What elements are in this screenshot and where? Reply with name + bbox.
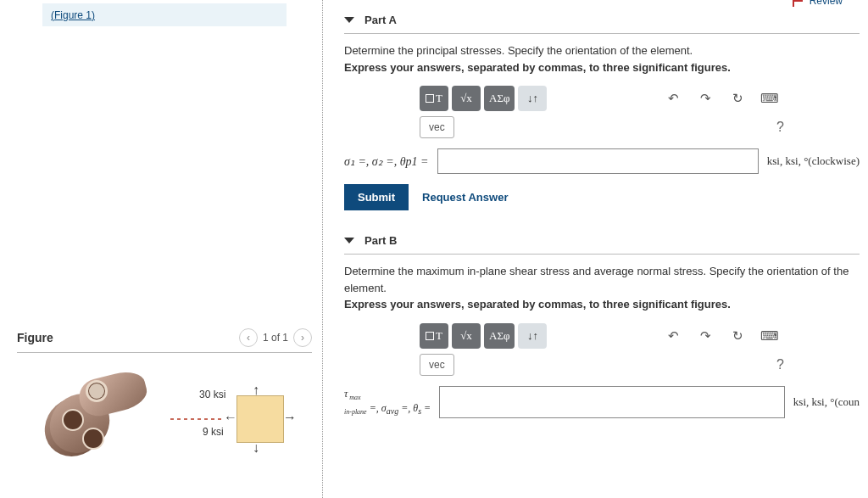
- next-figure-button[interactable]: ›: [293, 328, 312, 347]
- figure-pager: ‹ 1 of 1 ›: [239, 328, 312, 347]
- left-column: (Figure 1) Figure ‹ 1 of 1 ›: [0, 0, 322, 498]
- part-a-answer-input[interactable]: [437, 148, 759, 174]
- equation-toolbar: T √x ΑΣφ ↓↑ ↶ ↷ ↻ ⌨: [420, 86, 784, 111]
- figure-link-box: (Figure 1): [42, 3, 287, 26]
- template-button[interactable]: T: [420, 323, 448, 349]
- template-button[interactable]: T: [420, 86, 448, 111]
- arrows-button[interactable]: ↓↑: [518, 86, 547, 111]
- vec-button[interactable]: vec: [420, 116, 454, 138]
- zoom-indicator-line: [170, 418, 221, 420]
- reset-icon[interactable]: ↻: [723, 323, 752, 349]
- part-a-instructions: Determine the principal stresses. Specif…: [344, 42, 860, 76]
- right-column: Review Part A Determine the principal st…: [322, 0, 868, 498]
- request-answer-link[interactable]: Request Answer: [422, 191, 508, 204]
- collapse-icon[interactable]: [344, 17, 354, 23]
- prev-figure-button[interactable]: ‹: [239, 328, 258, 347]
- part-b-eq-label: τ maxin-plane =, σavg =, θs =: [344, 388, 431, 416]
- math-button[interactable]: √x: [452, 323, 481, 349]
- collapse-icon[interactable]: [344, 238, 354, 243]
- review-link[interactable]: Review: [793, 0, 843, 7]
- part-a-units: ksi, ksi, °(clockwise): [767, 154, 860, 168]
- mechanical-part-illustration: [45, 368, 155, 470]
- stress-label-side: 9 ksi: [203, 426, 224, 438]
- equation-toolbar: T √x ΑΣφ ↓↑ ↶ ↷ ↻ ⌨: [420, 323, 784, 349]
- figure-title: Figure: [17, 331, 53, 344]
- math-button[interactable]: √x: [452, 86, 481, 111]
- figure-panel: Figure ‹ 1 of 1 ›: [17, 323, 312, 485]
- figure-image: 30 ksi 9 ksi ↑ → ↓ ←: [17, 353, 312, 485]
- undo-icon[interactable]: ↶: [659, 323, 687, 349]
- stress-label-top: 30 ksi: [199, 389, 225, 400]
- help-icon[interactable]: ?: [776, 357, 784, 372]
- part-b-title: Part B: [364, 234, 397, 247]
- part-a-section: Part A Determine the principal stresses.…: [344, 8, 860, 210]
- flag-icon: [793, 0, 804, 7]
- keyboard-icon[interactable]: ⌨: [755, 86, 784, 111]
- part-b-answer-input[interactable]: [439, 386, 785, 418]
- help-icon[interactable]: ?: [776, 120, 784, 135]
- symbols-button[interactable]: ΑΣφ: [484, 323, 515, 349]
- pager-text: 1 of 1: [263, 332, 288, 344]
- reset-icon[interactable]: ↻: [723, 86, 752, 111]
- part-b-units: ksi, ksi, °(coun: [793, 395, 860, 409]
- redo-icon[interactable]: ↷: [691, 86, 720, 111]
- part-a-title: Part A: [364, 14, 397, 26]
- keyboard-icon[interactable]: ⌨: [755, 323, 784, 349]
- arrows-button[interactable]: ↓↑: [518, 323, 547, 349]
- stress-element: ↑ → ↓ ←: [236, 395, 284, 443]
- redo-icon[interactable]: ↷: [691, 323, 720, 349]
- part-a-eq-label: σ₁ =, σ₂ =, θp1 =: [344, 154, 429, 169]
- submit-button[interactable]: Submit: [344, 184, 409, 210]
- vec-button[interactable]: vec: [420, 354, 454, 376]
- symbols-button[interactable]: ΑΣφ: [484, 86, 515, 111]
- undo-icon[interactable]: ↶: [659, 86, 687, 111]
- part-b-instructions: Determine the maximum in-plane shear str…: [344, 263, 860, 313]
- part-b-section: Part B Determine the maximum in-plane sh…: [344, 229, 860, 418]
- figure-link[interactable]: (Figure 1): [51, 9, 95, 21]
